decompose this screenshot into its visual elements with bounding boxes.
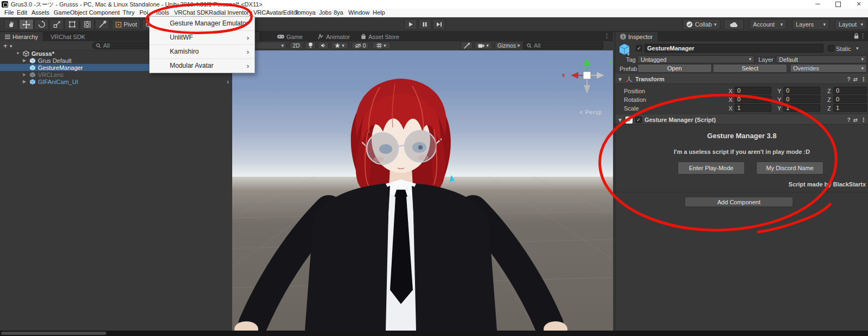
menu-edit[interactable]: Edit (17, 9, 27, 17)
position-z-field[interactable]: 0 (833, 87, 867, 94)
pause-button[interactable] (418, 19, 431, 30)
menu-window[interactable]: Window (348, 9, 369, 17)
prefab-select-button[interactable]: Select (713, 64, 787, 73)
foldout-icon[interactable]: ▼ (617, 76, 623, 82)
close-button[interactable]: × (851, 0, 867, 8)
tab-game[interactable]: Game (272, 32, 308, 41)
create-caret-icon[interactable]: ▾ (10, 44, 12, 49)
move-tool-button[interactable] (19, 19, 34, 30)
prefab-overrides-dropdown[interactable]: Overrides▾ (790, 64, 867, 73)
scene-viewport[interactable]: y x < Persp (232, 50, 613, 331)
persp-label[interactable]: < Persp (579, 109, 602, 115)
scene-tab-menu-icon[interactable]: ⋮ (604, 33, 610, 40)
collapse-icon[interactable]: ▼ (15, 51, 21, 56)
2d-toggle[interactable]: 2D (290, 42, 303, 49)
tab-animator[interactable]: Animator (312, 32, 355, 41)
grid-dropdown[interactable]: ▾ (372, 42, 391, 49)
foldout-icon[interactable]: ▼ (617, 117, 623, 123)
menu-file[interactable]: File (4, 9, 14, 17)
menu-gameobject[interactable]: GameObject (54, 9, 87, 17)
effects-dropdown[interactable]: ▾ (331, 42, 348, 49)
inspector-menu-icon[interactable]: ⋮ (860, 33, 866, 40)
transform-header[interactable]: ▼ Transform ? ⇄ ⋮ (615, 74, 868, 84)
menu-item-modular-avatar[interactable]: Modular Avatar › (150, 59, 254, 73)
menu-jobs[interactable]: Jobs (319, 9, 331, 17)
menu-item-kamishiro[interactable]: Kamishiro › (150, 45, 254, 59)
hierarchy-row-gifanicam[interactable]: ▶ GIFAniCam_UI › (0, 78, 232, 85)
menu-vrchat-sdk[interactable]: VRChat SDK (174, 9, 209, 17)
enter-play-mode-button[interactable]: Enter Play-Mode (678, 161, 745, 175)
tab-vrchat-sdk[interactable]: VRChat SDK (46, 32, 90, 41)
static-caret-icon[interactable]: ▾ (856, 46, 859, 51)
preset-icon[interactable]: ⇄ (853, 76, 858, 82)
layout-dropdown[interactable]: Layout ▾ (835, 19, 867, 30)
my-discord-name-button[interactable]: My Discord Name (756, 161, 824, 175)
custom-tool-button[interactable] (95, 19, 110, 30)
scene-tools-button[interactable] (461, 42, 473, 49)
help-icon[interactable]: ? (847, 117, 851, 123)
expand-icon[interactable]: ▶ (22, 72, 27, 77)
scale-z-field[interactable]: 1 (833, 104, 867, 112)
gameobject-active-checkbox[interactable]: ✓ (636, 45, 642, 51)
transform-tool-button[interactable] (80, 19, 94, 30)
add-component-button[interactable]: Add Component (685, 197, 793, 207)
position-x-field[interactable]: 0 (735, 87, 771, 94)
scene-search-input[interactable]: All (523, 42, 603, 49)
scale-y-field[interactable]: 1 (783, 104, 820, 112)
gesture-manager-header[interactable]: ▼ # ✓ Gesture Manager (Script) ? ⇄ ⋮ (615, 115, 868, 125)
lighting-toggle[interactable] (305, 42, 316, 49)
rotation-z-field[interactable]: 0 (833, 95, 867, 103)
menu-vrcavatareditor[interactable]: VRCAvatarEditor (253, 9, 299, 17)
maximize-button[interactable] (830, 0, 846, 8)
position-y-field[interactable]: 0 (783, 87, 820, 94)
menu-component[interactable]: Component (89, 9, 120, 17)
minimize-button[interactable] (809, 0, 826, 8)
tab-inspector[interactable]: i Inspector (615, 32, 658, 41)
static-checkbox[interactable] (828, 45, 834, 51)
rect-tool-button[interactable] (65, 19, 79, 30)
component-menu-icon[interactable]: ⋮ (860, 76, 866, 83)
account-dropdown[interactable]: Account ▾ (749, 19, 787, 30)
menu-8ya[interactable]: 8ya (334, 9, 343, 17)
lock-icon[interactable] (854, 33, 859, 39)
play-button[interactable] (404, 19, 417, 30)
gameobject-name-field[interactable]: GestureManager (644, 44, 824, 53)
gizmos-dropdown[interactable]: Gizmos ▾ (495, 42, 520, 49)
expand-icon[interactable]: ▶ (22, 58, 27, 63)
prefab-open-button[interactable]: Open (637, 64, 712, 73)
menu-tomoya[interactable]: Tomoya (295, 9, 316, 17)
scene-orientation-gizmo[interactable] (564, 55, 610, 100)
expand-icon[interactable]: ▶ (22, 79, 27, 84)
menu-radial-inventory[interactable]: Radial Inventory (209, 9, 252, 17)
menu-poi[interactable]: Poi (139, 9, 148, 17)
hierarchy-hscrollbar[interactable] (1, 332, 106, 335)
scale-x-field[interactable]: 1 (735, 104, 771, 112)
scale-tool-button[interactable] (49, 19, 64, 30)
tab-asset-store[interactable]: Asset Store (356, 32, 404, 41)
tab-hierarchy[interactable]: Hierarchy (0, 32, 43, 41)
preset-icon[interactable]: ⇄ (853, 117, 858, 123)
menu-help[interactable]: Help (373, 9, 385, 17)
audio-toggle[interactable] (318, 42, 329, 49)
scene-visibility-toggle[interactable]: 0 (352, 42, 369, 49)
camera-dropdown[interactable]: ▾ (475, 42, 492, 49)
help-icon[interactable]: ? (847, 76, 851, 82)
menu-item-unlitwf[interactable]: UnlitWF › (150, 31, 254, 45)
component-enabled-checkbox[interactable]: ✓ (635, 117, 642, 123)
rotation-x-field[interactable]: 0 (735, 95, 771, 103)
menu-item-gesture-manager-emulator[interactable]: Gesture Manager Emulator (150, 17, 254, 31)
tag-dropdown[interactable]: Untagged▾ (637, 55, 755, 63)
hand-tool-button[interactable] (4, 19, 18, 30)
collab-button[interactable]: Collab ▾ (682, 19, 720, 30)
menu-assets[interactable]: Assets (31, 9, 49, 17)
menu-thry[interactable]: Thry (123, 9, 135, 17)
layers-dropdown[interactable]: Layers ▾ (792, 19, 829, 30)
create-button[interactable]: + (3, 42, 8, 50)
pivot-toggle-button[interactable]: Pivot (112, 19, 141, 30)
component-menu-icon[interactable]: ⋮ (860, 117, 866, 124)
rotation-y-field[interactable]: 0 (783, 95, 820, 103)
open-prefab-chevron-icon[interactable]: › (227, 78, 229, 86)
rotate-tool-button[interactable] (34, 19, 49, 30)
cloud-button[interactable] (724, 19, 744, 30)
menu-tools[interactable]: Tools (155, 9, 169, 17)
